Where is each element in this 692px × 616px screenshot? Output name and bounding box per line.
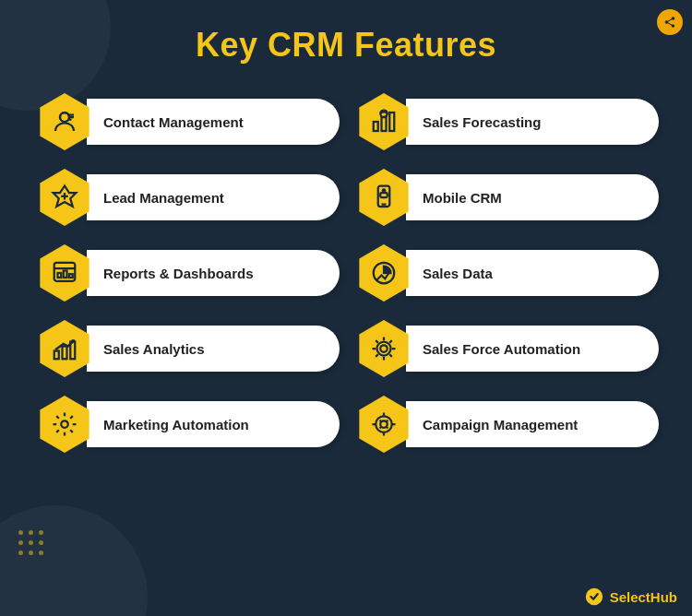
sales-forecasting-icon xyxy=(352,90,415,153)
feature-item-campaign-management: Campaign Management xyxy=(352,393,659,456)
sales-data-label: Sales Data xyxy=(423,266,493,281)
features-grid: Contact Management Sales Forecasting xyxy=(0,81,692,465)
sales-analytics-icon xyxy=(33,317,96,380)
svg-point-25 xyxy=(377,342,391,356)
feature-item-mobile-crm: Mobile CRM xyxy=(352,166,659,229)
sales-forecasting-label: Sales Forecasting xyxy=(423,114,541,130)
svg-rect-19 xyxy=(69,274,73,278)
sales-force-automation-label: Sales Force Automation xyxy=(423,341,580,357)
svg-point-26 xyxy=(61,421,68,428)
reports-dashboards-icon xyxy=(33,242,96,304)
reports-dashboards-label: Reports & Dashboards xyxy=(103,266,254,281)
svg-point-28 xyxy=(376,416,392,432)
page-title-section: Key CRM Features xyxy=(0,0,692,81)
marketing-automation-label: Marketing Automation xyxy=(103,417,249,432)
brand-footer: SelectHub xyxy=(584,586,677,607)
sales-data-icon xyxy=(352,242,415,304)
marketing-automation-icon xyxy=(33,393,96,456)
contact-management-icon xyxy=(33,90,96,153)
feature-item-sales-force-automation: Sales Force Automation xyxy=(352,317,659,380)
contact-management-label: Contact Management xyxy=(103,114,244,130)
svg-rect-17 xyxy=(58,273,62,278)
feature-item-reports-dashboards: Reports & Dashboards xyxy=(33,242,340,304)
mobile-crm-label: Mobile CRM xyxy=(423,190,502,206)
svg-rect-21 xyxy=(54,351,59,360)
mobile-crm-icon xyxy=(352,166,415,229)
feature-item-sales-analytics: Sales Analytics xyxy=(33,317,340,380)
selecthub-logo-icon xyxy=(584,586,604,607)
svg-rect-6 xyxy=(382,117,387,131)
svg-point-13 xyxy=(383,189,386,192)
svg-rect-7 xyxy=(389,113,394,131)
svg-rect-18 xyxy=(64,271,67,278)
dots-decoration xyxy=(18,530,43,561)
brand-name: SelectHub xyxy=(610,589,677,605)
sales-force-automation-icon xyxy=(352,317,415,380)
svg-rect-14 xyxy=(380,193,388,197)
lead-management-label: Lead Management xyxy=(103,190,224,206)
feature-item-contact-management: Contact Management xyxy=(33,90,340,153)
svg-point-24 xyxy=(380,345,388,352)
share-icon[interactable] xyxy=(657,9,683,35)
feature-item-lead-management: Lead Management xyxy=(33,166,340,229)
campaign-management-icon xyxy=(352,393,415,456)
sales-analytics-label: Sales Analytics xyxy=(103,341,205,357)
svg-rect-22 xyxy=(63,347,67,360)
feature-item-marketing-automation: Marketing Automation xyxy=(33,393,340,456)
page-title: Key CRM Features xyxy=(0,26,692,65)
campaign-management-label: Campaign Management xyxy=(423,417,578,432)
svg-rect-5 xyxy=(374,122,378,131)
feature-item-sales-data: Sales Data xyxy=(352,242,659,304)
lead-management-icon xyxy=(33,166,96,229)
feature-item-sales-forecasting: Sales Forecasting xyxy=(352,90,659,153)
bg-decoration-br xyxy=(0,505,148,616)
svg-point-1 xyxy=(60,113,69,122)
